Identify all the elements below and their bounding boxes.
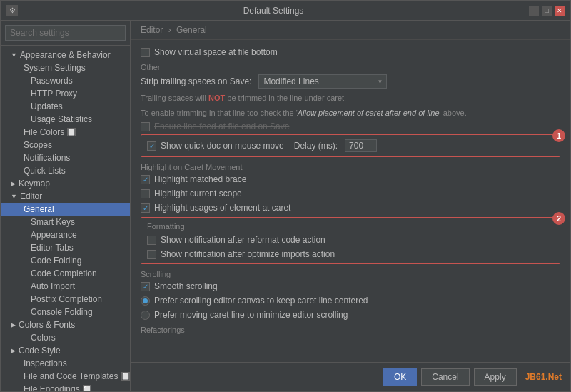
refactorings-section-label: Refactorings	[141, 326, 560, 334]
sidebar-item-quick-lists[interactable]: Quick Lists	[1, 164, 130, 177]
sidebar-item-general[interactable]: General	[1, 203, 130, 216]
highlight-scope-text: Highlight current scope	[154, 189, 242, 198]
sidebar-item-code-folding[interactable]: Code Folding	[1, 254, 130, 267]
sidebar-label: Updates	[31, 101, 63, 111]
strip-trailing-row: Strip trailing spaces on Save: Modified …	[141, 74, 560, 89]
quick-doc-label[interactable]: Show quick doc on mouse move Delay (ms):	[147, 139, 377, 152]
sidebar-item-postfix-completion[interactable]: Postfix Completion	[1, 293, 130, 306]
highlight-scope-checkbox[interactable]	[141, 189, 150, 198]
expand-arrow: ▶	[11, 347, 16, 354]
sidebar-item-file-code-templates[interactable]: File and Code Templates ⬜	[1, 370, 130, 383]
other-section-label: Other	[141, 63, 560, 71]
cancel-button[interactable]: Cancel	[421, 368, 469, 386]
highlight-scope-label[interactable]: Highlight current scope	[141, 189, 242, 198]
smooth-scroll-label[interactable]: Smooth scrolling	[141, 281, 218, 291]
sidebar-label: HTTP Proxy	[31, 89, 77, 99]
prefer-minimize-radio[interactable]	[141, 311, 150, 320]
prefer-centered-label[interactable]: Prefer scrolling editor canvas to keep c…	[141, 296, 368, 306]
virtual-space-label[interactable]: Show virtual space at file bottom	[141, 47, 278, 57]
sidebar-item-http-proxy[interactable]: HTTP Proxy	[1, 87, 130, 100]
smooth-scroll-text: Smooth scrolling	[154, 281, 218, 291]
expand-arrow: ▶	[11, 180, 16, 187]
sidebar-item-code-style[interactable]: ▶ Code Style	[1, 344, 130, 357]
highlight-usages-label[interactable]: Highlight usages of element at caret	[141, 203, 290, 213]
optimize-notify-label[interactable]: Show notification after optimize imports…	[147, 249, 335, 259]
scrolling-section-label: Scrolling	[141, 270, 560, 278]
sidebar-label: Postfix Completion	[31, 294, 102, 304]
sidebar: ▼ Appearance & Behavior System Settings …	[1, 21, 131, 391]
indicator-icon: ⬜	[67, 128, 76, 136]
line-feed-label[interactable]: Ensure line feed at file end on Save	[141, 121, 289, 131]
close-button[interactable]: ✕	[555, 6, 565, 16]
sidebar-item-inspections[interactable]: Inspections	[1, 357, 130, 370]
format-notify-label[interactable]: Show notification after reformat code ac…	[147, 235, 325, 245]
search-input[interactable]	[5, 25, 126, 41]
format-notify-row: Show notification after reformat code ac…	[147, 235, 554, 245]
sidebar-item-keymap[interactable]: ▶ Keymap	[1, 177, 130, 190]
strip-trailing-select[interactable]: Modified Lines None All	[258, 74, 387, 89]
sidebar-item-file-colors[interactable]: File Colors ⬜	[1, 126, 130, 139]
sidebar-item-smart-keys[interactable]: Smart Keys	[1, 216, 130, 228]
breadcrumb-part1: Editor	[141, 25, 163, 35]
sidebar-item-scopes[interactable]: Scopes	[1, 139, 130, 151]
sidebar-label: Keymap	[19, 179, 50, 189]
ok-button[interactable]: OK	[383, 368, 417, 386]
line-feed-checkbox[interactable]	[141, 122, 150, 131]
sidebar-item-auto-import[interactable]: Auto Import	[1, 280, 130, 293]
note-line1: Trailing spaces will NOT be trimmed in t…	[141, 92, 560, 104]
maximize-button[interactable]: □	[542, 6, 552, 16]
prefer-minimize-label[interactable]: Prefer moving caret line to minimize edi…	[141, 310, 348, 320]
smooth-scroll-checkbox[interactable]	[141, 282, 150, 291]
sidebar-item-editor[interactable]: ▼ Editor	[1, 190, 130, 203]
optimize-notify-checkbox[interactable]	[147, 250, 156, 259]
sidebar-item-system-settings[interactable]: System Settings	[1, 61, 130, 74]
sidebar-label: File Colors	[24, 127, 64, 137]
formatting-box: 2 Formatting Show notification after ref…	[141, 217, 560, 264]
note-red-text: NOT	[208, 94, 225, 102]
virtual-space-checkbox[interactable]	[141, 48, 150, 57]
prefer-centered-radio[interactable]	[141, 296, 150, 306]
format-notify-checkbox[interactable]	[147, 236, 156, 245]
note-line2: To enable trimming in that line too chec…	[141, 107, 560, 119]
formatting-section-label: Formatting	[147, 222, 554, 231]
sidebar-item-file-encodings[interactable]: File Encodings ⬜	[1, 383, 130, 391]
sidebar-label: Editor	[20, 191, 42, 201]
sidebar-item-editor-tabs[interactable]: Editor Tabs	[1, 241, 130, 254]
title-bar: ⚙ Default Settings ─ □ ✕	[1, 1, 570, 21]
smooth-scroll-row: Smooth scrolling	[141, 281, 560, 291]
sidebar-item-updates[interactable]: Updates	[1, 100, 130, 113]
sidebar-label: Code Folding	[31, 256, 81, 266]
apply-button[interactable]: Apply	[474, 368, 517, 386]
breadcrumb: Editor › General	[131, 21, 570, 40]
sidebar-item-usage-statistics[interactable]: Usage Statistics	[1, 113, 130, 126]
sidebar-item-code-completion[interactable]: Code Completion	[1, 267, 130, 280]
prefer-minimize-row: Prefer moving caret line to minimize edi…	[141, 310, 560, 320]
sidebar-label: Code Style	[19, 346, 61, 356]
sidebar-label: Appearance & Behavior	[20, 50, 111, 60]
virtual-space-text: Show virtual space at file bottom	[154, 47, 278, 57]
sidebar-label: Colors	[31, 333, 56, 343]
highlight-brace-checkbox[interactable]	[141, 175, 150, 184]
main-panel: Editor › General Show virtual space at f…	[131, 21, 570, 391]
sidebar-item-console-folding[interactable]: Console Folding	[1, 306, 130, 318]
sidebar-label: Auto Import	[31, 281, 75, 291]
sidebar-label: Smart Keys	[31, 217, 75, 227]
sidebar-label: File Encodings	[24, 384, 80, 391]
sidebar-item-notifications[interactable]: Notifications	[1, 151, 130, 164]
highlight-brace-label[interactable]: Highlight matched brace	[141, 174, 246, 184]
sidebar-item-colors-fonts[interactable]: ▶ Colors & Fonts	[1, 318, 130, 331]
sidebar-item-appearance[interactable]: Appearance	[1, 228, 130, 241]
delay-input[interactable]	[345, 139, 377, 152]
sidebar-item-passwords[interactable]: Passwords	[1, 74, 130, 87]
indicator-icon: ⬜	[121, 372, 130, 381]
sidebar-item-appearance-behavior[interactable]: ▼ Appearance & Behavior	[1, 49, 130, 61]
sidebar-item-colors[interactable]: Colors	[1, 331, 130, 344]
box2-badge: 2	[552, 212, 565, 225]
highlight-scope-row: Highlight current scope	[141, 189, 560, 198]
minimize-button[interactable]: ─	[529, 6, 539, 16]
sidebar-tree: ▼ Appearance & Behavior System Settings …	[1, 46, 130, 391]
highlight-usages-checkbox[interactable]	[141, 203, 150, 213]
window-title: Default Settings	[18, 6, 529, 16]
quick-doc-checkbox[interactable]	[147, 141, 156, 151]
sidebar-label: Console Folding	[31, 307, 93, 317]
